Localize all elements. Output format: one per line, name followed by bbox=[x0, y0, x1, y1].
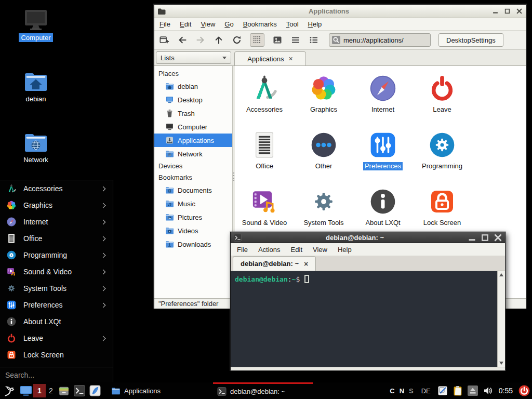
scroll-down-icon[interactable] bbox=[498, 360, 505, 367]
volume-tray-icon[interactable] bbox=[483, 385, 493, 396]
fm-menu-file[interactable]: File bbox=[159, 20, 170, 28]
forward-icon[interactable] bbox=[195, 35, 206, 45]
menu-search bbox=[0, 367, 113, 382]
menu-item-programming[interactable]: Programming bbox=[0, 247, 113, 263]
menu-item-office[interactable]: Office bbox=[0, 230, 113, 247]
sidebar-item-applications[interactable]: Applications bbox=[154, 134, 232, 147]
close-icon[interactable] bbox=[516, 8, 523, 14]
terminal-menu-actions[interactable]: Actions bbox=[258, 246, 281, 254]
sidebar-item-downloads[interactable]: Downloads bbox=[154, 237, 232, 251]
sidebar-item-documents[interactable]: Documents bbox=[154, 183, 232, 197]
app-category-internet[interactable]: Internet bbox=[353, 71, 413, 128]
desktop-icon-label: Computer bbox=[19, 33, 52, 42]
close-icon[interactable] bbox=[494, 234, 502, 242]
tab-close-icon[interactable]: × bbox=[304, 261, 308, 267]
sidebar-item-trash[interactable]: Trash bbox=[154, 107, 232, 120]
compact-view-icon[interactable] bbox=[290, 35, 301, 45]
lock-screen-icon bbox=[428, 187, 457, 216]
sidebar-item-desktop[interactable]: Desktop bbox=[154, 93, 232, 107]
app-category-other[interactable]: Other bbox=[294, 128, 353, 184]
sidebar-item-network[interactable]: Network bbox=[154, 147, 232, 161]
app-category-office[interactable]: Office bbox=[235, 128, 294, 184]
other-icon bbox=[309, 130, 338, 159]
terminal-scrollbar[interactable] bbox=[497, 271, 505, 367]
detailed-view-icon[interactable] bbox=[309, 35, 319, 45]
sidebar-item-videos[interactable]: Videos bbox=[154, 224, 232, 237]
power-button-icon[interactable] bbox=[518, 385, 530, 396]
terminal-titlebar[interactable]: debian@debian: ~ bbox=[231, 232, 505, 243]
screenshot-tray-icon[interactable] bbox=[437, 385, 448, 396]
tab-applications[interactable]: Applications × bbox=[234, 51, 306, 65]
desktop-icon-debian[interactable]: debian bbox=[11, 71, 61, 103]
sound-video-icon bbox=[6, 267, 17, 277]
desktop-settings-button[interactable]: DesktopSettings bbox=[438, 33, 503, 47]
sidebar-item-pictures[interactable]: Pictures bbox=[154, 210, 232, 224]
minimize-icon[interactable] bbox=[468, 234, 476, 242]
sidebar-mode-combo[interactable]: Lists bbox=[156, 51, 231, 64]
terminal-screen[interactable]: debian@debian:~$ bbox=[231, 271, 505, 367]
fm-menu-help[interactable]: Help bbox=[308, 20, 322, 28]
terminal-menu-file[interactable]: File bbox=[237, 246, 248, 254]
quicklaunch-featherpad[interactable] bbox=[89, 385, 101, 396]
workspace-1-button[interactable]: 1 bbox=[33, 384, 46, 397]
fm-menu-bookmarks[interactable]: Bookmarks bbox=[243, 20, 277, 28]
fm-menu-edit[interactable]: Edit bbox=[180, 20, 191, 28]
terminal-menu-help[interactable]: Help bbox=[338, 246, 352, 254]
menu-search-input[interactable] bbox=[5, 371, 108, 379]
icon-view-icon[interactable] bbox=[250, 33, 264, 47]
tab-close-icon[interactable]: × bbox=[288, 56, 292, 61]
sidebar-item-music[interactable]: Music bbox=[154, 197, 232, 210]
app-category-accessories[interactable]: Accessories bbox=[235, 71, 294, 128]
lock-screen-icon bbox=[6, 350, 17, 360]
location-lens-icon bbox=[332, 36, 340, 44]
workspace-2-button[interactable]: 2 bbox=[46, 384, 56, 397]
menu-item-lock-screen[interactable]: Lock Screen bbox=[0, 347, 113, 363]
new-tab-icon[interactable] bbox=[159, 35, 169, 45]
maximize-icon[interactable] bbox=[481, 234, 489, 242]
show-desktop-button[interactable] bbox=[20, 385, 32, 396]
up-icon[interactable] bbox=[214, 35, 224, 45]
fm-menu-go[interactable]: Go bbox=[224, 20, 233, 28]
keyboard-layout-indicator[interactable]: DE bbox=[421, 387, 431, 395]
terminal-menu-edit[interactable]: Edit bbox=[291, 246, 302, 254]
terminal-cursor bbox=[304, 275, 309, 283]
app-category-preferences[interactable]: Preferences bbox=[353, 128, 413, 184]
desktop-icon-computer[interactable]: Computer bbox=[11, 9, 61, 42]
menu-item-system-tools[interactable]: System Tools bbox=[0, 280, 113, 297]
menu-item-internet[interactable]: Internet bbox=[0, 214, 113, 230]
menu-item-graphics[interactable]: Graphics bbox=[0, 197, 113, 214]
reload-icon[interactable] bbox=[232, 35, 242, 45]
quicklaunch-file-manager[interactable] bbox=[58, 385, 70, 396]
submenu-arrow-icon bbox=[101, 236, 106, 241]
clock[interactable]: 0:55 bbox=[499, 387, 513, 395]
menu-item-leave[interactable]: Leave bbox=[0, 330, 113, 347]
terminal-tab[interactable]: debian@debian: ~ × bbox=[233, 256, 316, 271]
terminal-menu-view[interactable]: View bbox=[313, 246, 327, 254]
app-category-graphics[interactable]: Graphics bbox=[294, 71, 353, 128]
app-category-leave[interactable]: Leave bbox=[413, 71, 472, 128]
sidebar-item-computer[interactable]: Computer bbox=[154, 120, 232, 134]
desktop-icon-network[interactable]: Network bbox=[11, 131, 61, 164]
fm-menu-view[interactable]: View bbox=[201, 20, 215, 28]
menu-item-sound-video[interactable]: Sound & Video bbox=[0, 263, 113, 280]
eject-tray-icon[interactable] bbox=[468, 385, 478, 396]
menu-item-preferences[interactable]: Preferences bbox=[0, 297, 113, 313]
thumbnail-view-icon[interactable] bbox=[272, 35, 283, 45]
menu-item-accessories[interactable]: Accessories bbox=[0, 180, 113, 197]
sidebar-item-debian[interactable]: debian bbox=[154, 79, 232, 93]
menu-item-about-lxqt[interactable]: About LXQt bbox=[0, 313, 113, 330]
trash-icon bbox=[165, 109, 174, 117]
fm-menu-tool[interactable]: Tool bbox=[286, 20, 299, 28]
app-category-programming[interactable]: Programming bbox=[413, 128, 472, 184]
fm-titlebar[interactable]: Applications bbox=[154, 5, 526, 18]
clipboard-tray-icon[interactable] bbox=[453, 385, 463, 396]
minimize-icon[interactable] bbox=[492, 8, 499, 14]
scroll-up-icon[interactable] bbox=[498, 271, 505, 278]
quicklaunch-terminal[interactable] bbox=[74, 385, 85, 396]
back-icon[interactable] bbox=[177, 35, 188, 45]
start-menu-button[interactable] bbox=[3, 384, 16, 397]
path-bar[interactable]: menu://applications/ bbox=[329, 33, 431, 47]
task-applications[interactable]: Applications bbox=[107, 382, 210, 399]
task-terminal[interactable]: debian@debian: ~ bbox=[213, 382, 313, 399]
maximize-icon[interactable] bbox=[504, 8, 511, 14]
